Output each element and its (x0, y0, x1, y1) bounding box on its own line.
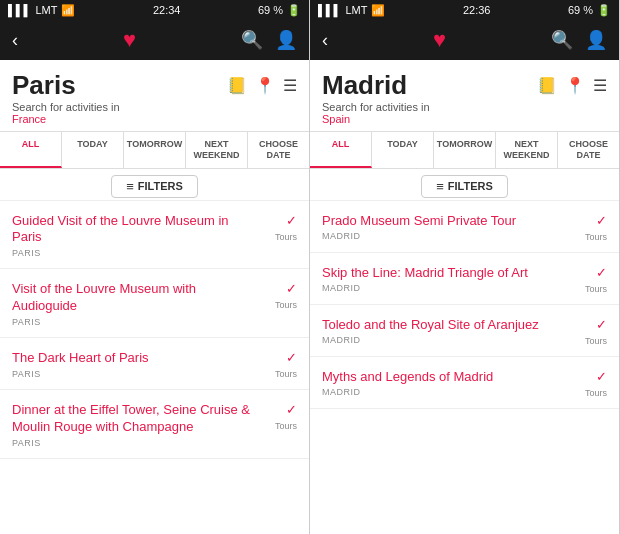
activity-info-paris-3: Dinner at the Eiffel Tower, Seine Cruise… (12, 402, 257, 448)
paris-panel: ▌▌▌ LMT 📶 22:34 69 % 🔋 ‹ ♥ 🔍 👤 Paris Sea… (0, 0, 310, 534)
logo-icon-madrid: ♥ (433, 27, 446, 53)
tab-next-weekend-paris[interactable]: NEXT WEEKEND (186, 132, 248, 168)
activity-location-madrid-2: MADRID (322, 335, 567, 345)
activity-list-madrid: Prado Museum Semi Private Tour MADRID ✓ … (310, 201, 619, 534)
activity-info-madrid-1: Skip the Line: Madrid Triangle of Art MA… (322, 265, 567, 294)
country-link-madrid[interactable]: Spain (322, 113, 350, 125)
activity-check-icon-madrid-0: ✓ (596, 213, 607, 228)
tab-choose-date-paris[interactable]: CHOOSE DATE (248, 132, 309, 168)
map-view-icon-madrid[interactable]: 📒 (537, 76, 557, 95)
activity-info-paris-1: Visit of the Louvre Museum with Audiogui… (12, 281, 257, 327)
nav-bar-paris: ‹ ♥ 🔍 👤 (0, 20, 309, 60)
activity-item-madrid-3: Myths and Legends of Madrid MADRID ✓ Tou… (310, 357, 619, 409)
activity-name-madrid-2[interactable]: Toledo and the Royal Site of Aranjuez (322, 317, 567, 334)
tab-all-paris[interactable]: ALL (0, 132, 62, 168)
activity-item-madrid-1: Skip the Line: Madrid Triangle of Art MA… (310, 253, 619, 305)
subtitle-text-madrid: Search for activities in (322, 101, 430, 113)
activity-info-paris-0: Guided Visit of the Louvre Museum in Par… (12, 213, 257, 259)
city-header-paris: Paris Search for activities in France 📒 … (0, 60, 309, 131)
city-header-madrid: Madrid Search for activities in Spain 📒 … (310, 60, 619, 131)
status-left-madrid: ▌▌▌ LMT 📶 (318, 4, 385, 17)
tab-all-madrid[interactable]: ALL (310, 132, 372, 168)
activity-type-madrid-0: Tours (585, 232, 607, 242)
activity-check-icon-paris-3: ✓ (286, 402, 297, 417)
back-button[interactable]: ‹ (12, 30, 18, 51)
tab-today-paris[interactable]: TODAY (62, 132, 124, 168)
battery-text-madrid: 69 % (568, 4, 593, 16)
map-view-icon[interactable]: 📒 (227, 76, 247, 95)
activity-info-madrid-3: Myths and Legends of Madrid MADRID (322, 369, 567, 398)
activity-right-paris-2: ✓ Tours (257, 350, 297, 379)
back-button-madrid[interactable]: ‹ (322, 30, 328, 51)
tab-today-madrid[interactable]: TODAY (372, 132, 434, 168)
wifi-icon: 📶 (61, 4, 75, 17)
status-bar-madrid: ▌▌▌ LMT 📶 22:36 69 % 🔋 (310, 0, 619, 20)
madrid-panel: ▌▌▌ LMT 📶 22:36 69 % 🔋 ‹ ♥ 🔍 👤 Madrid Se… (310, 0, 620, 534)
activity-type-paris-0: Tours (275, 232, 297, 242)
battery-text: 69 % (258, 4, 283, 16)
activity-type-paris-1: Tours (275, 300, 297, 310)
activity-type-paris-3: Tours (275, 421, 297, 431)
activity-type-madrid-1: Tours (585, 284, 607, 294)
activity-check-icon-madrid-2: ✓ (596, 317, 607, 332)
activity-name-paris-3[interactable]: Dinner at the Eiffel Tower, Seine Cruise… (12, 402, 257, 436)
tab-choose-date-madrid[interactable]: CHOOSE DATE (558, 132, 619, 168)
status-left: ▌▌▌ LMT 📶 (8, 4, 75, 17)
activity-item-paris-3: Dinner at the Eiffel Tower, Seine Cruise… (0, 390, 309, 459)
activity-location-madrid-1: MADRID (322, 283, 567, 293)
nav-bar-madrid: ‹ ♥ 🔍 👤 (310, 20, 619, 60)
country-link-paris[interactable]: France (12, 113, 46, 125)
activity-name-paris-1[interactable]: Visit of the Louvre Museum with Audiogui… (12, 281, 257, 315)
nav-icons-right: 🔍 👤 (241, 29, 297, 51)
activity-location-madrid-0: MADRID (322, 231, 567, 241)
user-icon[interactable]: 👤 (275, 29, 297, 51)
city-info: Paris Search for activities in France (12, 70, 120, 125)
activity-right-paris-3: ✓ Tours (257, 402, 297, 431)
menu-icon[interactable]: ☰ (283, 76, 297, 95)
filters-button-paris[interactable]: FILTERS (111, 175, 198, 198)
subtitle-text: Search for activities in (12, 101, 120, 113)
activity-name-madrid-1[interactable]: Skip the Line: Madrid Triangle of Art (322, 265, 567, 282)
search-icon[interactable]: 🔍 (241, 29, 263, 51)
activity-name-madrid-0[interactable]: Prado Museum Semi Private Tour (322, 213, 567, 230)
tab-next-weekend-madrid[interactable]: NEXT WEEKEND (496, 132, 558, 168)
city-header-icons-madrid: 📒 📍 ☰ (537, 76, 607, 95)
location-icon[interactable]: 📍 (255, 76, 275, 95)
city-header-icons-paris: 📒 📍 ☰ (227, 76, 297, 95)
location-icon-madrid[interactable]: 📍 (565, 76, 585, 95)
city-title-madrid: Madrid (322, 70, 430, 101)
city-info-madrid: Madrid Search for activities in Spain (322, 70, 430, 125)
battery-icon-madrid: 🔋 (597, 4, 611, 17)
activity-type-madrid-3: Tours (585, 388, 607, 398)
activity-info-paris-2: The Dark Heart of Paris PARIS (12, 350, 257, 379)
activity-info-madrid-2: Toledo and the Royal Site of Aranjuez MA… (322, 317, 567, 346)
filters-button-madrid[interactable]: FILTERS (421, 175, 508, 198)
time-text-madrid: 22:36 (463, 4, 491, 16)
activity-item-madrid-0: Prado Museum Semi Private Tour MADRID ✓ … (310, 201, 619, 253)
tab-tomorrow-madrid[interactable]: TOMORROW (434, 132, 496, 168)
status-right-madrid: 69 % 🔋 (568, 4, 611, 17)
status-right: 69 % 🔋 (258, 4, 301, 17)
user-icon-madrid[interactable]: 👤 (585, 29, 607, 51)
carrier-text-madrid: LMT (345, 4, 367, 16)
activity-check-icon-paris-1: ✓ (286, 281, 297, 296)
activity-info-madrid-0: Prado Museum Semi Private Tour MADRID (322, 213, 567, 242)
activity-name-paris-2[interactable]: The Dark Heart of Paris (12, 350, 257, 367)
filters-btn-row-madrid: FILTERS (310, 169, 619, 201)
activity-type-madrid-2: Tours (585, 336, 607, 346)
menu-icon-madrid[interactable]: ☰ (593, 76, 607, 95)
tab-tomorrow-paris[interactable]: TOMORROW (124, 132, 186, 168)
activity-name-madrid-3[interactable]: Myths and Legends of Madrid (322, 369, 567, 386)
filters-btn-row-paris: FILTERS (0, 169, 309, 201)
activity-item-paris-1: Visit of the Louvre Museum with Audiogui… (0, 269, 309, 338)
nav-icons-right-madrid: 🔍 👤 (551, 29, 607, 51)
city-header-top: Paris Search for activities in France 📒 … (12, 70, 297, 125)
battery-icon: 🔋 (287, 4, 301, 17)
activity-check-icon-paris-0: ✓ (286, 213, 297, 228)
activity-name-paris-0[interactable]: Guided Visit of the Louvre Museum in Par… (12, 213, 257, 247)
activity-location-paris-0: PARIS (12, 248, 257, 258)
status-bar-paris: ▌▌▌ LMT 📶 22:34 69 % 🔋 (0, 0, 309, 20)
carrier-text: LMT (35, 4, 57, 16)
search-icon-madrid[interactable]: 🔍 (551, 29, 573, 51)
activity-location-paris-2: PARIS (12, 369, 257, 379)
